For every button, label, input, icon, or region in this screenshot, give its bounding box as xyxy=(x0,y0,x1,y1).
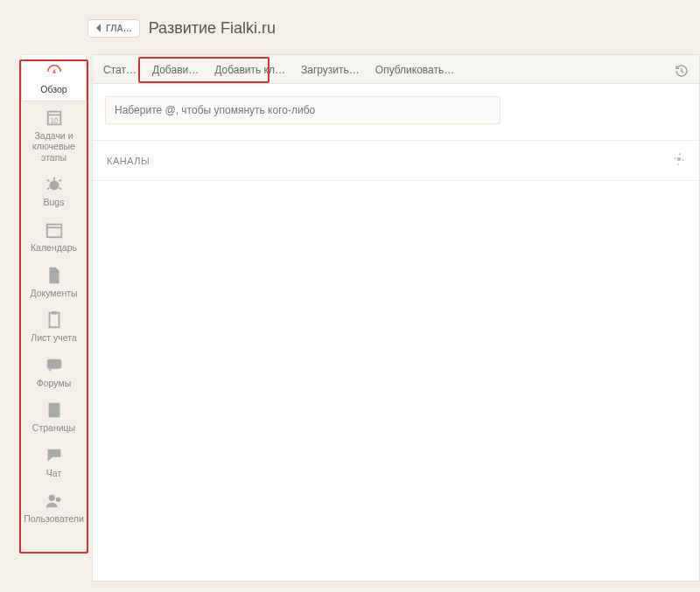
sidebar-item-timesheet[interactable]: Лист учета xyxy=(21,303,87,349)
svg-rect-4 xyxy=(52,311,57,315)
svg-rect-3 xyxy=(49,313,59,328)
bug-icon xyxy=(45,175,64,194)
tab-add-milestone[interactable]: Добавить кл… xyxy=(214,64,285,76)
tab-publish[interactable]: Опубликовать… xyxy=(375,64,454,76)
app-root: ГЛА… Развитие Fialki.ru Обзор 10 Задачи … xyxy=(0,0,700,592)
sidebar-item-label: Форумы xyxy=(37,378,71,389)
sidebar-item-tasks[interactable]: 10 Задачи и ключевые этапы xyxy=(21,101,87,169)
action-tabs: Стат… Добави… Добавить кл… Загрузить… Оп… xyxy=(93,55,699,84)
chat-bubble-icon xyxy=(45,356,64,375)
sidebar-item-documents[interactable]: Документы xyxy=(21,259,87,304)
svg-rect-6 xyxy=(48,403,60,418)
sidebar-item-forums[interactable]: Форумы xyxy=(21,349,87,394)
channels-section: КАНАЛЫ xyxy=(93,141,699,181)
svg-rect-2 xyxy=(46,225,61,238)
sidebar: Обзор 10 Задачи и ключевые этапы Bugs Ка… xyxy=(21,54,87,582)
body-area: Обзор 10 Задачи и ключевые этапы Bugs Ка… xyxy=(0,54,700,582)
sidebar-item-calendar[interactable]: Календарь xyxy=(21,213,87,259)
sidebar-item-label: Пользователи xyxy=(24,513,84,525)
svg-rect-5 xyxy=(46,359,61,368)
main-panel: Стат… Добави… Добавить кл… Загрузить… Оп… xyxy=(92,54,700,582)
sidebar-item-label: Календарь xyxy=(31,242,77,254)
clipboard-icon xyxy=(45,310,64,330)
calendar-icon xyxy=(45,220,64,240)
gauge-icon xyxy=(45,62,64,81)
calendar-todo-icon: 10 xyxy=(45,108,64,128)
history-button[interactable] xyxy=(675,64,689,80)
sidebar-item-label: Обзор xyxy=(40,84,66,95)
tab-upload[interactable]: Загрузить… xyxy=(301,64,360,76)
sidebar-item-label: Задачи и ключевые этапы xyxy=(23,130,85,164)
document-icon xyxy=(45,266,64,285)
sidebar-item-label: Bugs xyxy=(44,197,65,208)
sidebar-item-users[interactable]: Пользователи xyxy=(21,484,87,530)
channels-title: КАНАЛЫ xyxy=(107,156,150,166)
gear-icon xyxy=(673,153,685,165)
svg-point-7 xyxy=(48,494,54,500)
back-button-label: ГЛА… xyxy=(106,24,132,33)
mention-input[interactable] xyxy=(105,96,500,124)
sidebar-item-pages[interactable]: Страницы xyxy=(21,394,87,439)
header-bar: ГЛА… Развитие Fialki.ru xyxy=(0,10,700,45)
sidebar-item-label: Чат xyxy=(46,468,61,479)
chevron-left-icon xyxy=(95,24,102,32)
back-button[interactable]: ГЛА… xyxy=(88,19,140,38)
tab-status[interactable]: Стат… xyxy=(103,64,136,76)
sidebar-item-bugs[interactable]: Bugs xyxy=(21,168,87,213)
page-title: Развитие Fialki.ru xyxy=(149,19,276,38)
sidebar-item-chat[interactable]: Чат xyxy=(21,439,87,484)
doc-square-icon xyxy=(45,400,64,420)
speech-icon xyxy=(45,446,64,465)
sidebar-item-label: Документы xyxy=(30,288,77,299)
svg-point-8 xyxy=(55,497,60,502)
sidebar-item-label: Лист учета xyxy=(31,332,76,344)
sidebar-item-overview[interactable]: Обзор xyxy=(21,54,87,101)
compose-area xyxy=(93,84,699,141)
users-icon xyxy=(45,491,64,511)
tab-add[interactable]: Добави… xyxy=(152,64,199,76)
sidebar-item-label: Страницы xyxy=(32,422,75,434)
svg-text:10: 10 xyxy=(50,116,59,124)
channels-settings-button[interactable] xyxy=(673,153,685,168)
history-icon xyxy=(675,64,689,78)
svg-point-1 xyxy=(49,181,59,191)
